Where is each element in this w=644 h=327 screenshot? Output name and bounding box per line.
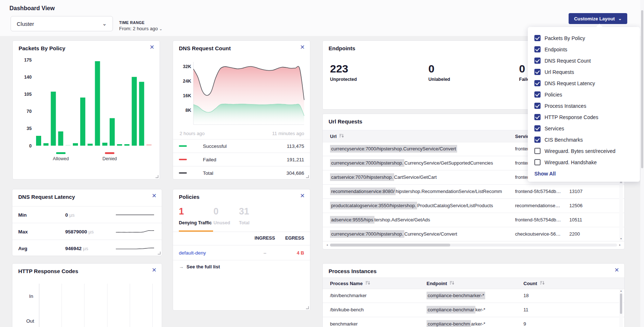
menu-item-label: Wireguard. Bytes sent/received <box>545 148 616 154</box>
legend-swatch <box>179 172 187 174</box>
close-icon[interactable]: ✕ <box>150 44 154 50</box>
menu-item-services[interactable]: Services <box>534 123 633 134</box>
legend-value: 113,475 <box>287 143 304 149</box>
resize-handle[interactable] <box>157 251 161 255</box>
menu-item-label: CIS Benchmarks <box>545 137 583 143</box>
count-cell: 13107 <box>569 184 602 198</box>
policies-tab-denying-traffic[interactable]: 1Denying Traffic <box>179 207 212 225</box>
allowed-swatch <box>56 152 66 154</box>
svg-text:70: 70 <box>27 109 32 114</box>
row-label-in: In <box>29 293 33 299</box>
menu-item-wireguard-handshake[interactable]: Wireguard. Handshake <box>534 157 633 168</box>
vertical-scrollbar[interactable]: ▲ <box>619 289 623 327</box>
checkbox-checked-icon[interactable] <box>534 137 541 143</box>
policies-card: Policies ✕ 1Denying Traffic0Unused31Tota… <box>173 189 310 311</box>
column-header-url[interactable]: Url <box>330 130 344 142</box>
column-header-count[interactable]: Count <box>523 278 545 289</box>
see-full-list-link[interactable]: →See the full list <box>179 264 220 269</box>
legend-swatch <box>179 145 187 147</box>
checkbox-unchecked-icon[interactable] <box>534 159 541 165</box>
table-row[interactable]: currencyservice:7000/hipstershop.Currenc… <box>323 227 624 241</box>
legend-swatch <box>179 159 187 160</box>
close-icon[interactable]: ✕ <box>300 44 305 50</box>
checkbox-checked-icon[interactable] <box>534 125 541 131</box>
packets-bar-chart: 03570105140175 <box>19 55 154 150</box>
endpoint-cell: compliance-benchmarker-* <box>427 288 518 303</box>
legend-item-allowed: Allowed <box>46 152 75 161</box>
horizontal-scrollbar[interactable]: ◂ ▸ <box>325 243 622 247</box>
count-cell: 9 <box>523 317 553 327</box>
page-scrollbar[interactable] <box>640 0 644 327</box>
menu-item-process-instances[interactable]: Process Instances <box>534 100 633 111</box>
resize-handle[interactable] <box>306 306 309 309</box>
menu-item-dns-request-count[interactable]: DNS Request Count <box>534 55 633 66</box>
checkbox-checked-icon[interactable] <box>534 91 541 98</box>
policies-tab-total[interactable]: 31Total <box>239 207 250 225</box>
menu-item-wireguard-bytes-sent-received[interactable]: Wireguard. Bytes sent/received <box>534 145 633 157</box>
count-cell: 12506 <box>569 198 602 213</box>
time-range-selector[interactable]: From: 2 hours ago ⌄ <box>119 26 162 31</box>
menu-item-cis-benchmarks[interactable]: CIS Benchmarks <box>534 134 633 145</box>
checkbox-checked-icon[interactable] <box>534 114 541 120</box>
card-title: Process Instances <box>329 268 377 274</box>
legend-label: Allowed <box>46 156 75 161</box>
dns-request-count-card: DNS Request Count ✕ 8K16K24K32K 2 hours … <box>173 40 310 180</box>
menu-item-packets-by-policy[interactable]: Packets By Policy <box>534 32 633 44</box>
checkbox-unchecked-icon[interactable] <box>534 148 541 154</box>
table-row[interactable]: recommendationservice:8080/hipstershop.R… <box>323 184 624 199</box>
close-icon[interactable]: ✕ <box>152 193 157 199</box>
url-cell: adservice:9555/hipstershop.AdService/Get… <box>330 213 511 227</box>
menu-item-http-response-codes[interactable]: HTTP Response Codes <box>534 111 633 123</box>
sort-icon <box>365 281 370 286</box>
show-all-link[interactable]: Show All <box>534 171 633 177</box>
menu-item-policies[interactable]: Policies <box>534 89 633 100</box>
http-response-codes-card: HTTP Response Codes ✕ In Out <box>12 263 162 327</box>
close-icon[interactable]: ✕ <box>300 193 305 199</box>
policy-row[interactable]: default-deny – 4 B <box>173 245 310 260</box>
checkbox-checked-icon[interactable] <box>534 103 541 109</box>
checkbox-checked-icon[interactable] <box>534 69 541 75</box>
table-row[interactable]: /bin/benchmarkercompliance-benchmarker-*… <box>323 288 624 303</box>
resize-handle[interactable] <box>155 175 158 178</box>
checkbox-checked-icon[interactable] <box>534 35 541 41</box>
table-row[interactable]: /bin/kube-benchcompliance-benchmarker-*1… <box>323 303 624 317</box>
table-row[interactable]: productcatalogservice:3550/hipstershop.P… <box>323 198 624 213</box>
svg-text:175: 175 <box>24 58 32 63</box>
policies-tab-unused[interactable]: 0Unused <box>213 207 230 225</box>
latency-row-min: Min0 µs <box>12 206 162 223</box>
column-header-endpoint[interactable]: Endpoint <box>427 278 454 289</box>
menu-item-url-requests[interactable]: Url Requests <box>534 66 633 78</box>
endpoint-cell: compliance-benchmarker-* <box>427 303 518 317</box>
process-name-cell: benchmarker <box>330 317 421 327</box>
checkbox-checked-icon[interactable] <box>534 58 541 64</box>
svg-text:35: 35 <box>27 126 32 131</box>
policy-name-link[interactable]: default-deny <box>179 245 252 260</box>
url-cell: currencyservice:7000/hipstershop.Currenc… <box>330 156 511 170</box>
legend-label: Total <box>203 170 213 176</box>
url-highlight: currencyservice:7000/hipstershop. <box>330 159 404 167</box>
url-cell: productcatalogservice:3550/hipstershop.P… <box>330 198 511 213</box>
menu-item-endpoints[interactable]: Endpoints <box>534 44 633 55</box>
http-codes-chart <box>12 264 162 327</box>
svg-text:0: 0 <box>29 143 32 149</box>
svg-text:16K: 16K <box>183 93 191 98</box>
menu-item-label: DNS Request Count <box>545 58 591 64</box>
menu-item-dns-request-latency[interactable]: DNS Request Latency <box>534 78 633 89</box>
close-icon[interactable]: ✕ <box>614 267 619 273</box>
service-cell: checkoutservice-56… <box>515 227 564 241</box>
gridline <box>84 284 85 327</box>
column-header-process-name[interactable]: Process Name <box>330 278 370 289</box>
table-row[interactable]: adservice:9555/hipstershop.AdService/Get… <box>323 213 624 227</box>
resize-handle[interactable] <box>306 175 309 178</box>
menu-item-label: Policies <box>545 92 562 98</box>
table-row[interactable]: benchmarkercompliance-benchmarker-*9 <box>323 317 624 327</box>
checkbox-checked-icon[interactable] <box>534 46 541 52</box>
svg-text:8K: 8K <box>185 108 191 113</box>
checkbox-checked-icon[interactable] <box>534 80 541 86</box>
view-select[interactable]: Cluster ⌄ <box>11 16 113 31</box>
menu-item-label: HTTP Response Codes <box>545 114 598 120</box>
tab-label: Total <box>239 220 250 225</box>
legend-label: Denied <box>95 156 124 161</box>
customize-layout-button[interactable]: Customize Layout⌄ <box>569 13 627 24</box>
legend-label: Successful <box>203 143 227 149</box>
